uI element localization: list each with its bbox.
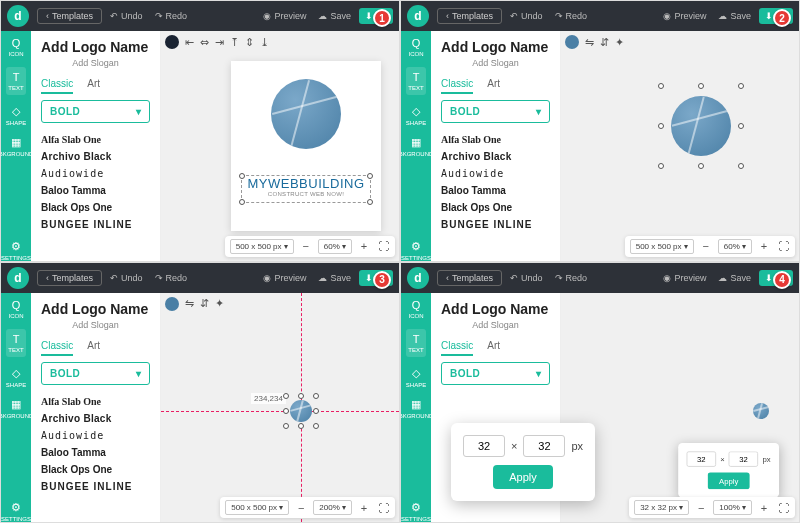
font-selector[interactable]: BOLD▾ bbox=[441, 362, 550, 385]
globe-icon[interactable] bbox=[290, 400, 312, 422]
selection-box[interactable] bbox=[661, 86, 741, 166]
slogan-text[interactable]: Add Slogan bbox=[41, 58, 150, 68]
redo-button[interactable]: ↷ Redo bbox=[151, 11, 192, 21]
align-bottom-icon[interactable]: ⤓ bbox=[260, 36, 269, 49]
undo-button[interactable]: ↶ Undo bbox=[106, 273, 147, 283]
save-button[interactable]: ☁ Save bbox=[314, 273, 355, 283]
zoom-out-button[interactable]: − bbox=[694, 501, 708, 515]
color-swatch[interactable] bbox=[165, 35, 179, 49]
canvas-area[interactable]: × px Apply × px Apply 32 x 32 px ▾ − 100… bbox=[561, 293, 799, 523]
font-item[interactable]: Baloo Tamma bbox=[41, 444, 150, 461]
font-item[interactable]: BUNGEE INLINE bbox=[41, 216, 150, 233]
apply-button[interactable]: Apply bbox=[493, 465, 553, 489]
sidebar-settings[interactable]: ⚙SETTINGS bbox=[401, 501, 431, 522]
sidebar-shape[interactable]: ◇SHAPE bbox=[406, 367, 426, 388]
resize-handle[interactable] bbox=[738, 123, 744, 129]
tab-classic[interactable]: Classic bbox=[41, 340, 73, 356]
canvas-size-select[interactable]: 500 x 500 px ▾ bbox=[630, 239, 694, 254]
sidebar-settings[interactable]: ⚙SETTINGS bbox=[401, 240, 431, 261]
resize-handle[interactable] bbox=[738, 163, 744, 169]
logo-name-heading[interactable]: Add Logo Name bbox=[441, 301, 550, 317]
fullscreen-icon[interactable]: ⛶ bbox=[376, 501, 390, 515]
slogan-text[interactable]: Add Slogan bbox=[441, 320, 550, 330]
height-input[interactable] bbox=[523, 435, 565, 457]
apply-button[interactable]: Apply bbox=[708, 472, 750, 489]
color-swatch[interactable] bbox=[565, 35, 579, 49]
canvas-area[interactable]: ⇋⇵✦ 500 x 500 px ▾ − 60% ▾ + ⛶ bbox=[561, 31, 799, 261]
templates-button[interactable]: ‹ Templates bbox=[437, 8, 502, 24]
font-item[interactable]: Alfa Slab One bbox=[41, 393, 150, 410]
canvas-area[interactable]: ⇋⇵✦ 234,234 500 x 500 px ▾ − 200% ▾ + ⛶ bbox=[161, 293, 399, 523]
logo-text[interactable]: MYWEBBUILDING bbox=[242, 176, 370, 191]
preview-button[interactable]: ◉ Preview bbox=[659, 273, 710, 283]
resize-handle[interactable] bbox=[313, 408, 319, 414]
sidebar-text[interactable]: TTEXT bbox=[406, 329, 425, 357]
align-center-icon[interactable]: ⇔ bbox=[200, 36, 209, 49]
sidebar-text[interactable]: TTEXT bbox=[6, 329, 25, 357]
resize-handle[interactable] bbox=[298, 393, 304, 399]
font-item[interactable]: Audiowide bbox=[441, 165, 550, 182]
zoom-select[interactable]: 60% ▾ bbox=[318, 239, 352, 254]
templates-button[interactable]: ‹ Templates bbox=[37, 8, 102, 24]
canvas-size-select[interactable]: 500 x 500 px ▾ bbox=[230, 239, 294, 254]
tab-classic[interactable]: Classic bbox=[41, 78, 73, 94]
undo-button[interactable]: ↶ Undo bbox=[506, 11, 547, 21]
resize-handle[interactable] bbox=[239, 199, 245, 205]
fullscreen-icon[interactable]: ⛶ bbox=[776, 501, 790, 515]
logo-name-heading[interactable]: Add Logo Name bbox=[41, 301, 150, 317]
undo-button[interactable]: ↶ Undo bbox=[506, 273, 547, 283]
zoom-out-button[interactable]: − bbox=[699, 239, 713, 253]
logo-name-heading[interactable]: Add Logo Name bbox=[41, 39, 150, 55]
sidebar-bkground[interactable]: ▦BKGROUND bbox=[401, 136, 433, 157]
effects-icon[interactable]: ✦ bbox=[615, 36, 624, 49]
redo-button[interactable]: ↷ Redo bbox=[551, 11, 592, 21]
resize-handle[interactable] bbox=[738, 83, 744, 89]
align-right-icon[interactable]: ⇥ bbox=[215, 36, 224, 49]
sidebar-shape[interactable]: ◇SHAPE bbox=[406, 105, 426, 126]
zoom-select[interactable]: 100% ▾ bbox=[713, 500, 752, 515]
font-item[interactable]: Archivo Black bbox=[441, 148, 550, 165]
tab-art[interactable]: Art bbox=[87, 340, 100, 356]
selection-box[interactable]: MYWEBBUILDING CONSTRUCT WEB NOW! bbox=[241, 175, 371, 203]
logo-name-heading[interactable]: Add Logo Name bbox=[441, 39, 550, 55]
save-button[interactable]: ☁ Save bbox=[314, 11, 355, 21]
font-item[interactable]: Archivo Black bbox=[41, 148, 150, 165]
resize-handle[interactable] bbox=[239, 173, 245, 179]
redo-button[interactable]: ↷ Redo bbox=[151, 273, 192, 283]
sidebar-text[interactable]: TTEXT bbox=[406, 67, 425, 95]
templates-button[interactable]: ‹ Templates bbox=[437, 270, 502, 286]
preview-button[interactable]: ◉ Preview bbox=[259, 273, 310, 283]
tab-classic[interactable]: Classic bbox=[441, 78, 473, 94]
font-item[interactable]: Audiowide bbox=[41, 165, 150, 182]
resize-handle[interactable] bbox=[658, 163, 664, 169]
font-item[interactable]: Baloo Tamma bbox=[441, 182, 550, 199]
save-button[interactable]: ☁ Save bbox=[714, 273, 755, 283]
effects-icon[interactable]: ✦ bbox=[215, 297, 224, 310]
sidebar-icon[interactable]: QICON bbox=[9, 299, 24, 319]
font-item[interactable]: BUNGEE INLINE bbox=[441, 216, 550, 233]
selection-box[interactable] bbox=[286, 396, 316, 426]
redo-button[interactable]: ↷ Redo bbox=[551, 273, 592, 283]
canvas-size-select[interactable]: 500 x 500 px ▾ bbox=[225, 500, 289, 515]
slogan-text[interactable]: Add Slogan bbox=[441, 58, 550, 68]
zoom-select[interactable]: 60% ▾ bbox=[718, 239, 752, 254]
font-item[interactable]: BUNGEE INLINE bbox=[41, 478, 150, 495]
font-item[interactable]: Baloo Tamma bbox=[41, 182, 150, 199]
zoom-select[interactable]: 200% ▾ bbox=[313, 500, 352, 515]
canvas-area[interactable]: ⇤⇔⇥ ⤒⇕⤓ MYWEBBUILDING CONSTRUCT WEB NOW!… bbox=[161, 31, 399, 261]
font-item[interactable]: Audiowide bbox=[41, 427, 150, 444]
undo-button[interactable]: ↶ Undo bbox=[106, 11, 147, 21]
app-logo[interactable]: d bbox=[7, 267, 29, 289]
preview-button[interactable]: ◉ Preview bbox=[659, 11, 710, 21]
resize-handle[interactable] bbox=[698, 83, 704, 89]
logo-card[interactable]: MYWEBBUILDING CONSTRUCT WEB NOW! bbox=[231, 61, 381, 231]
tab-art[interactable]: Art bbox=[487, 78, 500, 94]
logo-subtitle[interactable]: CONSTRUCT WEB NOW! bbox=[242, 191, 370, 197]
resize-handle[interactable] bbox=[658, 83, 664, 89]
tab-art[interactable]: Art bbox=[87, 78, 100, 94]
preview-button[interactable]: ◉ Preview bbox=[259, 11, 310, 21]
tab-art[interactable]: Art bbox=[487, 340, 500, 356]
resize-handle[interactable] bbox=[298, 423, 304, 429]
font-selector[interactable]: BOLD▾ bbox=[441, 100, 550, 123]
sidebar-shape[interactable]: ◇SHAPE bbox=[6, 367, 26, 388]
